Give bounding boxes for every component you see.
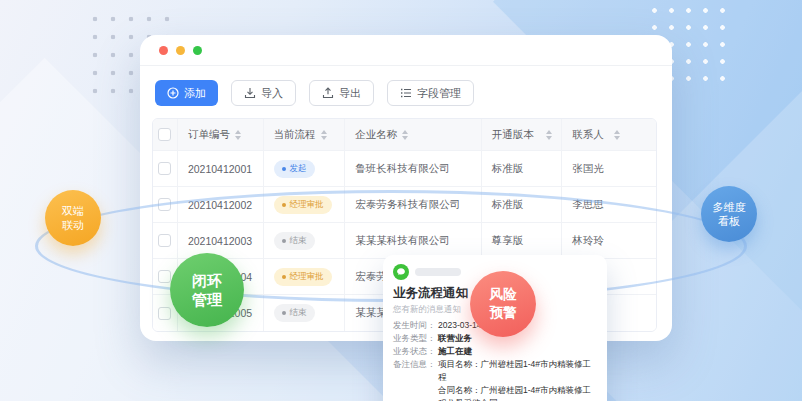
table-row: 20210412001 发起 鲁班长科技有限公司 标准版 张国光 <box>153 151 656 187</box>
remark-line-1: 项目名称：广州碧桂园1-4#市内精装修工程 <box>438 358 597 384</box>
status-label: 结束 <box>290 235 307 247</box>
order-no: 20210412002 <box>178 187 264 222</box>
bubble-text: 闭环 <box>192 271 222 291</box>
feature-bubble-risk-alert: 风险 预警 <box>470 271 536 337</box>
toolbar: 添加 导入 导出 字段管理 <box>155 80 474 106</box>
status-dot <box>282 167 286 171</box>
status-label: 经理审批 <box>290 199 324 211</box>
notification-remark-line: 备注信息： 项目名称：广州碧桂园1-4#市内精装修工程 合同名称：广州碧桂园1-… <box>393 358 597 401</box>
version: 标准版 <box>482 151 563 186</box>
order-no: 20210412001 <box>178 151 264 186</box>
status-badge: 经理审批 <box>274 196 332 214</box>
feature-bubble-dual-link: 双端 联动 <box>45 190 101 246</box>
notification-state-line: 业务状态： 施工在建 <box>393 345 597 358</box>
field-management-button-label: 字段管理 <box>417 86 461 101</box>
company-name: 某某某科技有限公司 <box>345 223 481 258</box>
type-value: 联营业务 <box>438 332 472 345</box>
status-label: 结束 <box>290 307 307 319</box>
list-settings-icon <box>400 87 412 99</box>
add-button[interactable]: 添加 <box>155 80 218 106</box>
remark-values: 项目名称：广州碧桂园1-4#市内精装修工程 合同名称：广州碧桂园1-4#市内精装… <box>438 358 597 401</box>
state-label: 业务状态： <box>393 345 438 358</box>
feature-bubble-dashboard: 多维度 看板 <box>701 186 757 242</box>
table-header-row: 订单编号 当前流程 企业名称 开通版本 联系人 <box>153 119 656 151</box>
bubble-text: 多维度 <box>713 200 746 214</box>
column-header-flow: 当前流程 <box>274 128 316 142</box>
marketing-hero-scene: 添加 导入 导出 字段管理 <box>0 0 802 401</box>
import-button-label: 导入 <box>261 86 283 101</box>
bubble-text: 联动 <box>62 218 84 232</box>
status-badge: 发起 <box>274 160 315 178</box>
type-label: 业务类型： <box>393 332 438 345</box>
export-button[interactable]: 导出 <box>309 80 374 106</box>
bubble-text: 看板 <box>718 214 740 228</box>
status-badge: 结束 <box>274 304 315 322</box>
status-label: 发起 <box>290 163 307 175</box>
sort-icon[interactable] <box>546 130 552 140</box>
time-label: 发生时间： <box>393 319 438 332</box>
column-header-company: 企业名称 <box>355 128 397 142</box>
add-button-label: 添加 <box>184 86 206 101</box>
company-name: 宏泰劳务科技有限公司 <box>345 187 481 222</box>
status-badge: 结束 <box>274 232 315 250</box>
select-all-checkbox[interactable] <box>158 128 171 141</box>
bubble-text: 预警 <box>490 304 517 322</box>
feature-bubble-closed-loop: 闭环 管理 <box>170 253 244 327</box>
column-header-version: 开通版本 <box>492 128 534 142</box>
remark-label: 备注信息： <box>393 358 438 401</box>
row-checkbox[interactable] <box>158 270 171 283</box>
import-button[interactable]: 导入 <box>231 80 296 106</box>
sort-icon[interactable] <box>402 130 408 140</box>
window-minimize-button[interactable] <box>176 46 185 55</box>
contact-name: 林玲玲 <box>562 223 656 258</box>
status-dot <box>282 311 286 315</box>
status-badge: 经理审批 <box>274 268 332 286</box>
row-checkbox[interactable] <box>158 198 171 211</box>
sender-placeholder-bar <box>415 268 461 276</box>
window-titlebar <box>140 35 672 66</box>
bubble-text: 双端 <box>62 204 84 218</box>
state-value: 施工在建 <box>438 345 472 358</box>
table-row: 20210412003 结束 某某某科技有限公司 尊享版 林玲玲 <box>153 223 656 259</box>
row-checkbox[interactable] <box>158 162 171 175</box>
export-button-label: 导出 <box>339 86 361 101</box>
status-label: 经理审批 <box>290 271 324 283</box>
export-icon <box>322 87 334 99</box>
company-name: 鲁班长科技有限公司 <box>345 151 481 186</box>
remark-line-2: 合同名称：广州碧桂园1-4#市内精装修工程龙骨采购合同 <box>438 384 597 401</box>
field-management-button[interactable]: 字段管理 <box>387 80 474 106</box>
sort-icon[interactable] <box>321 130 327 140</box>
bubble-text: 风险 <box>490 286 517 304</box>
status-dot <box>282 203 286 207</box>
row-checkbox[interactable] <box>158 307 171 320</box>
window-maximize-button[interactable] <box>193 46 202 55</box>
version: 标准版 <box>482 187 563 222</box>
status-dot <box>282 275 286 279</box>
order-no: 20210412003 <box>178 223 264 258</box>
plus-circle-icon <box>167 87 179 99</box>
import-icon <box>244 87 256 99</box>
contact-name: 李思思 <box>562 187 656 222</box>
column-header-contact: 联系人 <box>572 128 604 142</box>
status-dot <box>282 239 286 243</box>
table-row: 20210412002 经理审批 宏泰劳务科技有限公司 标准版 李思思 <box>153 187 656 223</box>
window-close-button[interactable] <box>159 46 168 55</box>
version: 尊享版 <box>482 223 563 258</box>
bubble-text: 管理 <box>192 290 222 310</box>
sort-icon[interactable] <box>614 130 620 140</box>
row-checkbox[interactable] <box>158 234 171 247</box>
wechat-icon <box>393 264 409 280</box>
sort-icon[interactable] <box>235 130 241 140</box>
column-header-order-no: 订单编号 <box>188 128 230 142</box>
contact-name: 张国光 <box>562 151 656 186</box>
